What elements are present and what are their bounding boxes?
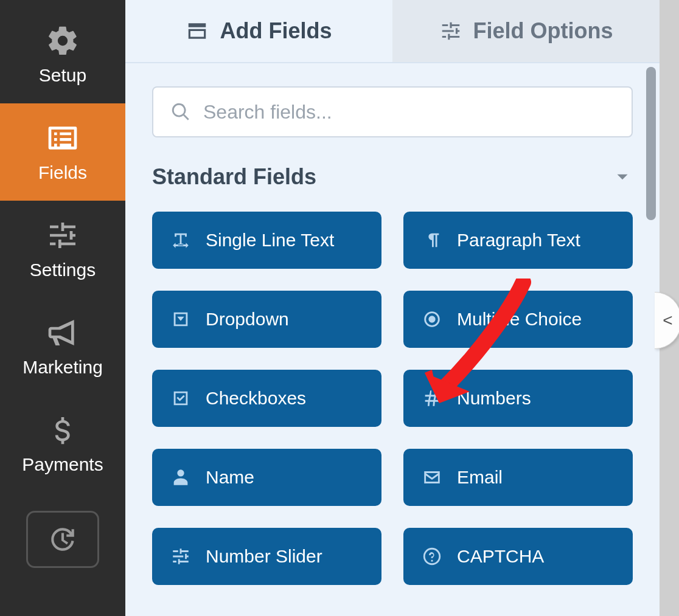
sidebar-item-setup[interactable]: Setup [0, 6, 125, 103]
gear-icon [46, 24, 80, 58]
panel: Add Fields Field Options Standard Fields… [125, 0, 679, 616]
field-numbers[interactable]: Numbers [403, 370, 633, 427]
check-square-icon [170, 388, 191, 409]
history-icon [47, 524, 78, 555]
text-width-icon [170, 230, 191, 251]
user-icon [170, 467, 191, 488]
caret-square-down-icon [170, 309, 191, 330]
paragraph-icon [422, 230, 442, 251]
sidebar-item-payments[interactable]: Payments [0, 395, 125, 493]
field-dropdown[interactable]: Dropdown [152, 291, 381, 348]
scrollbar-thumb[interactable] [646, 67, 656, 220]
form-icon [186, 19, 209, 43]
field-label: Number Slider [206, 546, 322, 567]
field-label: Checkboxes [206, 388, 306, 409]
field-label: Email [457, 467, 503, 488]
field-single-line-text[interactable]: Single Line Text [152, 212, 381, 269]
sidebar-item-label: Setup [39, 65, 86, 86]
dollar-icon [46, 413, 80, 447]
bullhorn-icon [46, 316, 80, 350]
field-label: Dropdown [206, 309, 289, 330]
tabs: Add Fields Field Options [125, 0, 660, 63]
search-bar[interactable] [152, 86, 633, 137]
sidebar-item-settings[interactable]: Settings [0, 201, 125, 298]
field-captcha[interactable]: CAPTCHA [403, 528, 633, 585]
collapse-panel-button[interactable]: < [655, 292, 679, 349]
field-email[interactable]: Email [403, 449, 633, 506]
sidebar-history-button[interactable] [26, 511, 99, 568]
collapse-glyph: < [663, 311, 672, 330]
envelope-icon [422, 467, 442, 488]
sidebar-item-label: Marketing [23, 357, 103, 378]
field-paragraph-text[interactable]: Paragraph Text [403, 212, 633, 269]
tab-add-fields[interactable]: Add Fields [125, 0, 392, 62]
sliders-icon [170, 546, 191, 567]
field-label: CAPTCHA [457, 546, 544, 567]
tab-label: Add Fields [220, 18, 332, 44]
chevron-down-icon [612, 167, 633, 187]
field-multiple-choice[interactable]: Multiple Choice [403, 291, 633, 348]
sidebar-item-label: Payments [22, 454, 103, 475]
section-title: Standard Fields [152, 164, 316, 190]
question-circle-icon [422, 546, 442, 567]
tab-field-options[interactable]: Field Options [392, 0, 660, 62]
sidebar-item-label: Settings [30, 260, 96, 280]
sidebar-item-marketing[interactable]: Marketing [0, 298, 125, 395]
search-input[interactable] [203, 101, 615, 123]
radio-icon [422, 309, 442, 330]
field-label: Paragraph Text [457, 230, 580, 251]
field-name[interactable]: Name [152, 449, 381, 506]
search-icon [170, 102, 191, 122]
tab-label: Field Options [473, 18, 613, 44]
field-number-slider[interactable]: Number Slider [152, 528, 381, 585]
field-label: Name [206, 467, 254, 488]
sliders-icon [439, 19, 462, 43]
field-label: Multiple Choice [457, 309, 582, 330]
sidebar-item-label: Fields [38, 162, 87, 183]
list-icon [46, 121, 80, 155]
fields-grid: Single Line Text Paragraph Text Dropdown… [152, 212, 633, 585]
field-label: Single Line Text [206, 230, 334, 251]
panel-body: Standard Fields Single Line Text Paragra… [125, 63, 660, 616]
sidebar-item-fields[interactable]: Fields [0, 103, 125, 201]
hashtag-icon [422, 388, 442, 409]
field-checkboxes[interactable]: Checkboxes [152, 370, 381, 427]
field-label: Numbers [457, 388, 531, 409]
section-standard-fields[interactable]: Standard Fields [152, 164, 633, 190]
sidebar: Setup Fields Settings Marketing Payments [0, 0, 125, 616]
sliders-icon [46, 218, 80, 252]
